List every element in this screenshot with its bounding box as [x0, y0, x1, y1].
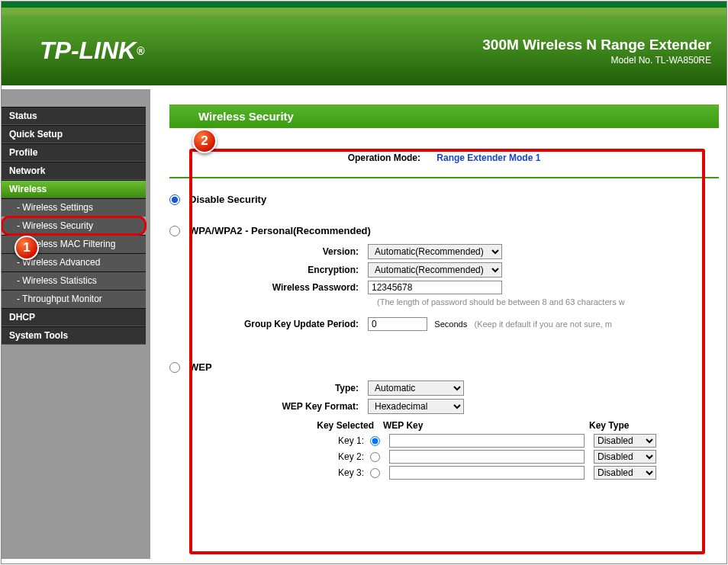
group-key-input[interactable] [368, 317, 427, 331]
sidebar: Status Quick Setup Profile Network Wirel… [2, 89, 150, 559]
wep-key2-label: Key 2: [284, 451, 364, 462]
wep-col-selected: Key Selected [284, 420, 383, 431]
wep-heading: WEP [189, 361, 212, 373]
group-key-hint: (Keep it default if you are not sure, m [475, 319, 612, 329]
wep-key3-label: Key 3: [284, 467, 364, 478]
wep-key2-type-select[interactable]: Disabled [594, 450, 656, 464]
wep-key2-radio[interactable] [370, 452, 380, 462]
nav-throughput-monitor[interactable]: - Throughput Monitor [2, 290, 146, 308]
wep-key1-type-select[interactable]: Disabled [594, 434, 656, 448]
wep-key-row-1: Key 1: Disabled [284, 434, 719, 448]
group-key-unit: Seconds [434, 319, 467, 329]
wep-format-select[interactable]: Hexadecimal [368, 399, 464, 414]
operation-mode-row: Operation Mode: Range Extender Mode 1 [169, 143, 719, 178]
wep-key1-input[interactable] [389, 434, 585, 448]
wep-key1-radio[interactable] [370, 436, 380, 446]
wpa-version-label: Version: [169, 246, 368, 257]
disable-security-radio[interactable] [169, 194, 180, 205]
nav-system-tools[interactable]: System Tools [2, 326, 146, 345]
nav-network[interactable]: Network [2, 162, 146, 180]
disable-security-option[interactable]: Disable Security [169, 194, 719, 205]
operation-mode-value: Range Extender Mode 1 [436, 152, 540, 163]
registered-icon: ® [137, 45, 144, 57]
nav-wireless-settings[interactable]: - Wireless Settings [2, 198, 146, 217]
nav-profile[interactable]: Profile [2, 143, 146, 162]
wpa-password-label: Wireless Password: [169, 282, 368, 293]
wpa-encryption-select[interactable]: Automatic(Recommended) [368, 262, 502, 278]
nav-quick-setup[interactable]: Quick Setup [2, 125, 146, 143]
wep-col-key: WEP Key [383, 420, 589, 431]
nav-wireless-statistics[interactable]: - Wireless Statistics [2, 271, 146, 290]
wep-key1-label: Key 1: [284, 435, 364, 446]
wep-key-row-2: Key 2: Disabled [284, 450, 719, 464]
wep-key3-radio[interactable] [370, 468, 380, 478]
nav-wireless-security[interactable]: - Wireless Security [2, 217, 146, 235]
wep-key-row-3: Key 3: Disabled [284, 466, 719, 480]
wep-col-type: Key Type [589, 420, 658, 431]
wpa-option[interactable]: WPA/WPA2 - Personal(Recommended) [169, 225, 719, 236]
annotation-callout-2: 2 [192, 129, 217, 153]
content-area[interactable]: Wireless Security Operation Mode: Range … [150, 89, 726, 559]
wpa-version-select[interactable]: Automatic(Recommended) [368, 244, 502, 259]
wep-radio[interactable] [169, 362, 180, 373]
disable-security-label: Disable Security [189, 194, 266, 205]
wep-key3-input[interactable] [389, 466, 585, 480]
wep-key3-type-select[interactable]: Disabled [594, 466, 656, 480]
nav-wireless[interactable]: Wireless [2, 180, 146, 198]
wpa-heading: WPA/WPA2 - Personal(Recommended) [189, 225, 371, 236]
nav-status[interactable]: Status [2, 107, 146, 125]
annotation-callout-1: 1 [14, 236, 39, 260]
wep-type-select[interactable]: Automatic [368, 380, 464, 396]
wep-option[interactable]: WEP [169, 361, 719, 373]
wpa-radio[interactable] [169, 226, 180, 236]
wpa-password-hint: (The length of password should be betwee… [377, 297, 719, 307]
header-banner: TP-LINK® 300M Wireless N Range Extender … [2, 2, 726, 89]
brand-logo: TP-LINK® [40, 37, 145, 65]
page-title: Wireless Security [169, 104, 719, 128]
wpa-encryption-label: Encryption: [169, 265, 368, 275]
wep-key2-input[interactable] [389, 450, 585, 464]
wep-format-label: WEP Key Format: [169, 401, 368, 412]
group-key-label: Group Key Update Period: [169, 319, 368, 329]
wep-type-label: Type: [169, 383, 368, 393]
operation-mode-label: Operation Mode: [348, 152, 420, 163]
model-number: Model No. TL-WA850RE [482, 55, 711, 66]
product-name: 300M Wireless N Range Extender [482, 37, 711, 53]
nav-dhcp[interactable]: DHCP [2, 308, 146, 326]
brand-text: TP-LINK [40, 37, 136, 65]
wpa-password-input[interactable] [368, 281, 502, 294]
